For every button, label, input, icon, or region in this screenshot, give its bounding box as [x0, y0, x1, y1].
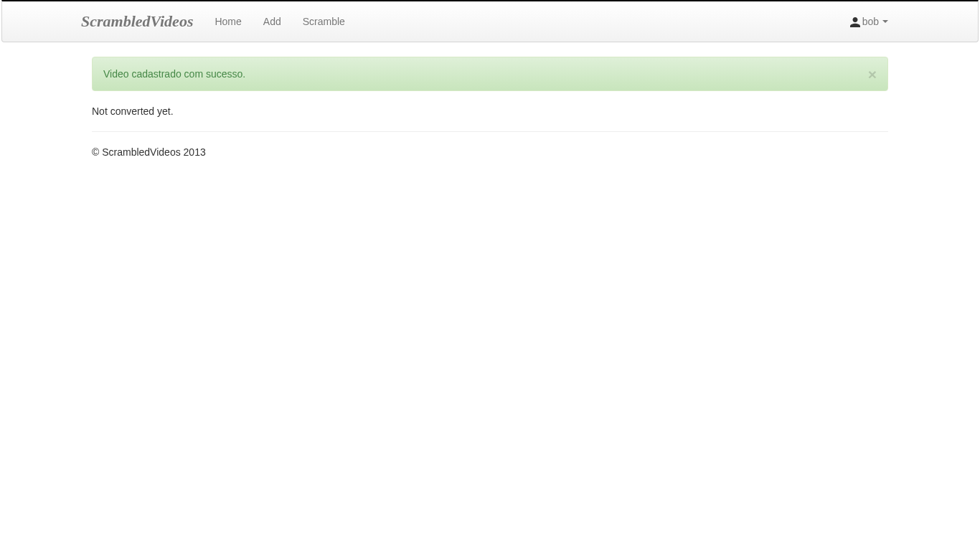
nav-home[interactable]: Home: [204, 5, 252, 38]
nav-add[interactable]: Add: [253, 5, 292, 38]
user-dropdown[interactable]: bob: [839, 5, 899, 38]
user-icon: [850, 16, 860, 27]
main-content: Not converted yet.: [92, 105, 888, 117]
nav-links: Home Add Scramble: [204, 5, 355, 38]
alert-close-button[interactable]: ×: [868, 67, 877, 82]
caret-down-icon: [882, 20, 888, 23]
divider: [92, 131, 888, 132]
footer: © ScrambledVideos 2013: [92, 146, 888, 158]
user-name: bob: [862, 16, 879, 27]
copyright-text: © ScrambledVideos 2013: [92, 146, 888, 158]
success-alert: Video cadastrado com sucesso. ×: [92, 57, 888, 91]
alert-message: Video cadastrado com sucesso.: [103, 68, 245, 80]
nav-scramble[interactable]: Scramble: [292, 5, 356, 38]
conversion-status: Not converted yet.: [92, 105, 888, 117]
navbar: ScrambledVideos Home Add Scramble bob: [1, 0, 979, 42]
brand-link[interactable]: ScrambledVideos: [81, 1, 204, 42]
